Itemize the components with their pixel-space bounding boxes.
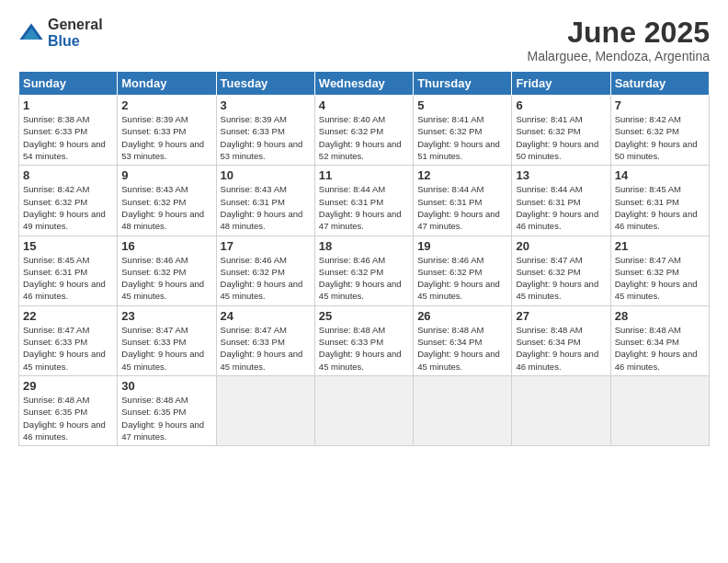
day-detail: Sunrise: 8:47 AMSunset: 6:33 PMDaylight:… <box>221 325 303 372</box>
table-row: 26 Sunrise: 8:48 AMSunset: 6:34 PMDaylig… <box>414 305 512 375</box>
day-detail: Sunrise: 8:39 AMSunset: 6:33 PMDaylight:… <box>221 114 303 161</box>
table-row: 29 Sunrise: 8:48 AMSunset: 6:35 PMDaylig… <box>19 375 118 445</box>
calendar-week-3: 15 Sunrise: 8:45 AMSunset: 6:31 PMDaylig… <box>19 236 710 305</box>
day-detail: Sunrise: 8:48 AMSunset: 6:34 PMDaylight:… <box>516 325 598 372</box>
day-number: 29 <box>23 379 113 393</box>
table-row: 15 Sunrise: 8:45 AMSunset: 6:31 PMDaylig… <box>19 236 118 305</box>
day-number: 10 <box>221 168 311 182</box>
logo-blue: Blue <box>48 33 80 49</box>
table-row: 22 Sunrise: 8:47 AMSunset: 6:33 PMDaylig… <box>19 305 118 375</box>
table-row: 20 Sunrise: 8:47 AMSunset: 6:32 PMDaylig… <box>512 236 610 305</box>
table-row: 3 Sunrise: 8:39 AMSunset: 6:33 PMDayligh… <box>216 96 314 166</box>
table-row: 2 Sunrise: 8:39 AMSunset: 6:33 PMDayligh… <box>118 96 216 166</box>
table-row: 16 Sunrise: 8:46 AMSunset: 6:32 PMDaylig… <box>118 236 216 305</box>
table-row: 25 Sunrise: 8:48 AMSunset: 6:33 PMDaylig… <box>314 305 413 375</box>
table-row: 18 Sunrise: 8:46 AMSunset: 6:32 PMDaylig… <box>314 236 413 305</box>
logo-text: General Blue <box>48 17 103 50</box>
day-detail: Sunrise: 8:39 AMSunset: 6:33 PMDaylight:… <box>121 114 204 161</box>
day-number: 23 <box>121 309 211 323</box>
table-row <box>314 375 413 445</box>
day-detail: Sunrise: 8:43 AMSunset: 6:31 PMDaylight:… <box>221 184 303 231</box>
calendar-week-2: 8 Sunrise: 8:42 AMSunset: 6:32 PMDayligh… <box>19 166 710 236</box>
subtitle: Malarguee, Mendoza, Argentina <box>528 49 710 63</box>
calendar-table: Sunday Monday Tuesday Wednesday Thursday… <box>18 71 710 446</box>
calendar-week-5: 29 Sunrise: 8:48 AMSunset: 6:35 PMDaylig… <box>19 375 710 445</box>
table-row <box>512 375 610 445</box>
col-friday: Friday <box>512 72 610 96</box>
day-number: 2 <box>121 98 211 112</box>
day-detail: Sunrise: 8:42 AMSunset: 6:32 PMDaylight:… <box>615 114 698 161</box>
day-number: 14 <box>615 168 705 182</box>
day-number: 20 <box>516 239 606 253</box>
day-number: 22 <box>23 309 113 323</box>
day-detail: Sunrise: 8:44 AMSunset: 6:31 PMDaylight:… <box>516 184 598 231</box>
calendar-week-4: 22 Sunrise: 8:47 AMSunset: 6:33 PMDaylig… <box>19 305 710 375</box>
day-number: 30 <box>121 379 211 393</box>
calendar-week-1: 1 Sunrise: 8:38 AMSunset: 6:33 PMDayligh… <box>19 96 710 166</box>
table-row: 4 Sunrise: 8:40 AMSunset: 6:32 PMDayligh… <box>314 96 413 166</box>
day-number: 4 <box>319 98 409 112</box>
table-row: 28 Sunrise: 8:48 AMSunset: 6:34 PMDaylig… <box>610 305 709 375</box>
day-detail: Sunrise: 8:48 AMSunset: 6:33 PMDaylight:… <box>319 325 402 372</box>
day-number: 12 <box>417 168 507 182</box>
logo-icon <box>18 20 44 46</box>
day-detail: Sunrise: 8:46 AMSunset: 6:32 PMDaylight:… <box>121 255 204 302</box>
day-detail: Sunrise: 8:44 AMSunset: 6:31 PMDaylight:… <box>417 184 500 231</box>
day-number: 24 <box>221 309 311 323</box>
day-number: 5 <box>417 98 507 112</box>
table-row: 17 Sunrise: 8:46 AMSunset: 6:32 PMDaylig… <box>216 236 314 305</box>
table-row: 23 Sunrise: 8:47 AMSunset: 6:33 PMDaylig… <box>118 305 216 375</box>
logo-general: General <box>48 17 103 32</box>
day-number: 25 <box>319 309 409 323</box>
day-number: 21 <box>615 239 705 253</box>
day-detail: Sunrise: 8:42 AMSunset: 6:32 PMDaylight:… <box>23 184 106 231</box>
day-detail: Sunrise: 8:47 AMSunset: 6:32 PMDaylight:… <box>615 255 698 302</box>
table-row: 12 Sunrise: 8:44 AMSunset: 6:31 PMDaylig… <box>414 166 512 236</box>
day-detail: Sunrise: 8:47 AMSunset: 6:33 PMDaylight:… <box>23 325 106 372</box>
day-detail: Sunrise: 8:47 AMSunset: 6:33 PMDaylight:… <box>121 325 204 372</box>
day-number: 16 <box>121 239 211 253</box>
day-detail: Sunrise: 8:40 AMSunset: 6:32 PMDaylight:… <box>319 114 402 161</box>
day-number: 27 <box>516 309 606 323</box>
day-number: 13 <box>516 168 606 182</box>
day-detail: Sunrise: 8:48 AMSunset: 6:34 PMDaylight:… <box>417 325 500 372</box>
table-row: 19 Sunrise: 8:46 AMSunset: 6:32 PMDaylig… <box>414 236 512 305</box>
logo: General Blue <box>18 17 103 50</box>
table-row: 5 Sunrise: 8:41 AMSunset: 6:32 PMDayligh… <box>414 96 512 166</box>
table-row: 8 Sunrise: 8:42 AMSunset: 6:32 PMDayligh… <box>19 166 118 236</box>
day-number: 6 <box>516 98 606 112</box>
day-detail: Sunrise: 8:43 AMSunset: 6:32 PMDaylight:… <box>121 184 204 231</box>
table-row: 11 Sunrise: 8:44 AMSunset: 6:31 PMDaylig… <box>314 166 413 236</box>
day-number: 15 <box>23 239 113 253</box>
day-detail: Sunrise: 8:48 AMSunset: 6:35 PMDaylight:… <box>23 395 106 442</box>
day-number: 7 <box>615 98 705 112</box>
table-row <box>610 375 709 445</box>
table-row: 24 Sunrise: 8:47 AMSunset: 6:33 PMDaylig… <box>216 305 314 375</box>
header: General Blue June 2025 Malarguee, Mendoz… <box>18 17 710 63</box>
table-row: 6 Sunrise: 8:41 AMSunset: 6:32 PMDayligh… <box>512 96 610 166</box>
col-monday: Monday <box>118 72 216 96</box>
table-row: 1 Sunrise: 8:38 AMSunset: 6:33 PMDayligh… <box>19 96 118 166</box>
day-number: 3 <box>221 98 311 112</box>
day-number: 18 <box>319 239 409 253</box>
col-thursday: Thursday <box>414 72 512 96</box>
title-section: June 2025 Malarguee, Mendoza, Argentina <box>528 17 710 63</box>
day-detail: Sunrise: 8:46 AMSunset: 6:32 PMDaylight:… <box>221 255 303 302</box>
table-row: 27 Sunrise: 8:48 AMSunset: 6:34 PMDaylig… <box>512 305 610 375</box>
col-wednesday: Wednesday <box>314 72 413 96</box>
table-row: 14 Sunrise: 8:45 AMSunset: 6:31 PMDaylig… <box>610 166 709 236</box>
table-row: 7 Sunrise: 8:42 AMSunset: 6:32 PMDayligh… <box>610 96 709 166</box>
day-number: 8 <box>23 168 113 182</box>
day-number: 11 <box>319 168 409 182</box>
col-saturday: Saturday <box>610 72 709 96</box>
day-detail: Sunrise: 8:45 AMSunset: 6:31 PMDaylight:… <box>23 255 106 302</box>
day-detail: Sunrise: 8:48 AMSunset: 6:35 PMDaylight:… <box>121 395 204 442</box>
day-detail: Sunrise: 8:38 AMSunset: 6:33 PMDaylight:… <box>23 114 106 161</box>
day-number: 19 <box>417 239 507 253</box>
day-detail: Sunrise: 8:46 AMSunset: 6:32 PMDaylight:… <box>417 255 500 302</box>
day-detail: Sunrise: 8:48 AMSunset: 6:34 PMDaylight:… <box>615 325 698 372</box>
table-row: 21 Sunrise: 8:47 AMSunset: 6:32 PMDaylig… <box>610 236 709 305</box>
page: General Blue June 2025 Malarguee, Mendoz… <box>0 0 728 563</box>
calendar-header-row: Sunday Monday Tuesday Wednesday Thursday… <box>19 72 710 96</box>
day-detail: Sunrise: 8:41 AMSunset: 6:32 PMDaylight:… <box>417 114 500 161</box>
